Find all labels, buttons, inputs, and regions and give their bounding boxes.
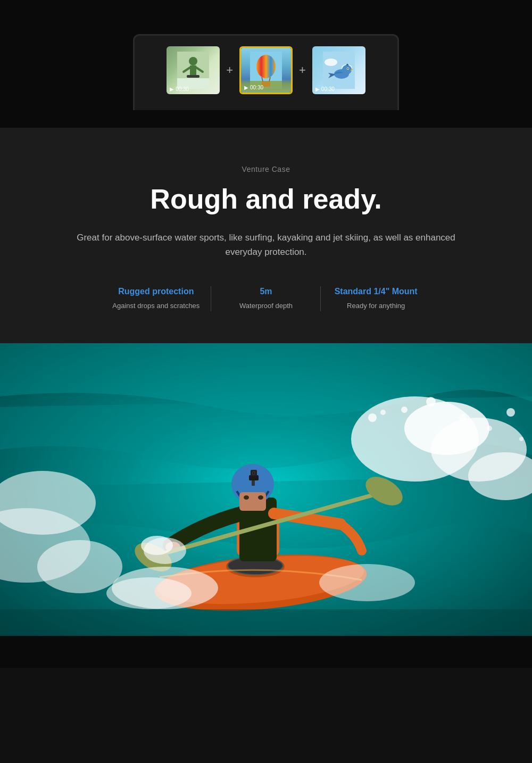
feature-rugged-protection: Rugged protection Against drops and scra…: [101, 286, 211, 311]
svg-point-35: [487, 426, 492, 431]
svg-point-10: [256, 55, 276, 78]
main-heading: Rough and ready.: [21, 184, 511, 214]
product-label: Venture Case: [21, 165, 511, 173]
svg-point-15: [325, 59, 337, 66]
svg-point-29: [37, 540, 122, 593]
timestamp-icon-2: ▶: [244, 85, 248, 90]
timestamp-icon-3: ▶: [315, 86, 320, 92]
svg-rect-53: [239, 492, 266, 511]
svg-point-32: [401, 407, 408, 413]
add-clip-icon-2[interactable]: +: [299, 63, 306, 77]
feature-2-desc: Waterproof depth: [222, 301, 311, 311]
bottom-section: [0, 636, 532, 668]
svg-point-65: [141, 536, 173, 555]
video-thumb-1[interactable]: ▶ 00:30: [167, 46, 220, 94]
product-description: Great for above-surface water sports, li…: [74, 230, 458, 259]
phone-frame: ▶ 00:30 +: [133, 34, 399, 110]
video-thumb-2[interactable]: ▶ 00:30: [239, 46, 293, 94]
feature-2-title: 5m: [222, 286, 311, 297]
kayak-background: [0, 343, 532, 636]
svg-rect-4: [187, 75, 200, 78]
svg-point-37: [519, 437, 523, 441]
top-section: ▶ 00:30 +: [0, 0, 532, 128]
feature-1-title: Rugged protection: [112, 286, 201, 297]
svg-point-21: [347, 68, 348, 69]
svg-point-31: [380, 410, 386, 415]
feature-3-title: Standard 1/4" Mount: [331, 286, 420, 297]
svg-point-63: [319, 564, 415, 601]
svg-rect-66: [0, 609, 532, 636]
svg-point-62: [106, 577, 192, 609]
svg-point-33: [426, 397, 436, 407]
svg-point-2: [189, 57, 197, 65]
svg-point-34: [459, 414, 467, 421]
timestamp-1: ▶ 00:30: [170, 86, 189, 92]
product-info-section: Venture Case Rough and ready. Great for …: [0, 128, 532, 343]
add-clip-icon-1[interactable]: +: [226, 63, 233, 77]
feature-waterproof: 5m Waterproof depth: [211, 286, 321, 311]
video-thumb-3[interactable]: ▶ 00:30: [312, 46, 365, 94]
features-row: Rugged protection Against drops and scra…: [101, 286, 431, 311]
svg-point-54: [244, 495, 249, 500]
feature-1-desc: Against drops and scratches: [112, 301, 201, 311]
timestamp-2: ▶ 00:30: [244, 85, 263, 90]
feature-mount: Standard 1/4" Mount Ready for anything: [321, 286, 431, 311]
timestamp-3: ▶ 00:30: [315, 86, 335, 92]
timestamp-icon-1: ▶: [170, 86, 174, 92]
kayaker-illustration: [0, 343, 532, 636]
svg-point-36: [506, 408, 515, 417]
svg-point-59: [253, 472, 255, 474]
svg-rect-3: [190, 65, 196, 75]
svg-rect-60: [252, 480, 255, 486]
svg-point-30: [368, 413, 377, 422]
svg-point-55: [258, 495, 263, 500]
kayak-image-section: [0, 343, 532, 636]
video-editor: ▶ 00:30 +: [145, 46, 387, 94]
svg-point-18: [342, 65, 352, 74]
feature-3-desc: Ready for anything: [331, 301, 420, 311]
